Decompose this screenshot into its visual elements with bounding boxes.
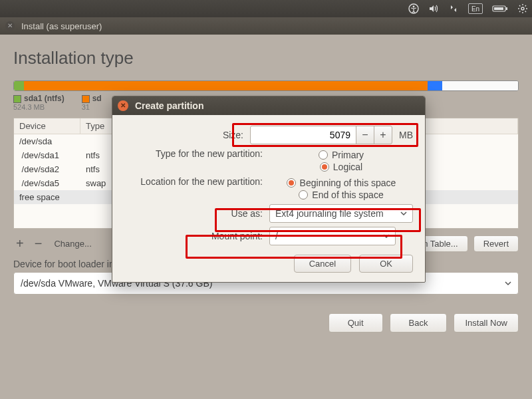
size-increment-button[interactable]: +: [374, 126, 392, 144]
partition-location-label: Location for the new partition:: [124, 176, 269, 187]
window-title: Install (as superuser): [21, 21, 102, 31]
size-unit: MB: [399, 130, 413, 140]
disk-usage-bar: [13, 80, 519, 91]
revert-button[interactable]: Revert: [473, 235, 519, 252]
diskbar-segment: [428, 81, 443, 90]
radio-icon: [319, 150, 328, 160]
create-partition-dialog: ✕ Create partition Size: − + MB Type for…: [112, 96, 426, 283]
dialog-titlebar: ✕ Create partition: [112, 96, 425, 115]
partition-type-label: Type for the new partition:: [124, 148, 269, 159]
remove-partition-button[interactable]: −: [32, 236, 45, 251]
radio-logical-label: Logical: [333, 162, 362, 172]
mount-point-select[interactable]: /: [269, 227, 396, 245]
dialog-close-button[interactable]: ✕: [118, 100, 128, 111]
size-label: Size:: [124, 130, 250, 140]
use-as-value: Ext4 journaling file system: [275, 208, 384, 219]
radio-end-label: End of this space: [312, 190, 383, 200]
col-header-device[interactable]: Device: [14, 118, 80, 134]
diskbar-segment: [14, 81, 24, 90]
accessibility-icon[interactable]: [408, 3, 419, 14]
chevron-down-icon: [505, 278, 511, 289]
col-header-type[interactable]: Type: [80, 118, 114, 134]
size-input[interactable]: [250, 126, 356, 144]
volume-icon[interactable]: [428, 3, 439, 14]
gear-icon[interactable]: [517, 3, 528, 14]
window-titlebar: ✕ Install (as superuser): [0, 17, 532, 35]
radio-icon: [299, 190, 308, 200]
legend-item: sd31: [82, 94, 102, 111]
diskbar-segment: [442, 81, 518, 90]
radio-icon: [287, 178, 296, 188]
change-partition-button[interactable]: Change...: [50, 239, 91, 249]
diskbar-segment: [24, 81, 427, 90]
svg-point-1: [413, 6, 415, 8]
back-button[interactable]: Back: [390, 313, 448, 332]
install-now-button[interactable]: Install Now: [454, 313, 519, 332]
radio-icon: [320, 162, 329, 172]
radio-primary[interactable]: Primary: [319, 150, 364, 160]
radio-end[interactable]: End of this space: [299, 190, 383, 200]
keyboard-lang-indicator[interactable]: En: [468, 3, 483, 14]
mount-point-value: /: [275, 231, 278, 241]
radio-beginning[interactable]: Beginning of this space: [287, 178, 396, 188]
network-icon[interactable]: [448, 3, 459, 14]
page-title: Installation type: [13, 48, 519, 68]
chevron-down-icon: [400, 208, 407, 219]
battery-icon[interactable]: [492, 5, 508, 13]
svg-point-5: [521, 7, 524, 10]
system-menubar: En: [0, 0, 532, 17]
dialog-cancel-button[interactable]: Cancel: [294, 255, 351, 273]
mount-point-label: Mount point:: [124, 231, 269, 241]
size-decrement-button[interactable]: −: [356, 126, 374, 144]
radio-beginning-label: Beginning of this space: [300, 178, 396, 188]
quit-button[interactable]: Quit: [329, 313, 383, 332]
legend-item: sda1 (ntfs)524.3 MB: [13, 94, 65, 111]
use-as-select[interactable]: Ext4 journaling file system: [269, 204, 413, 223]
dialog-title: Create partition: [135, 100, 203, 111]
radio-primary-label: Primary: [332, 150, 364, 160]
chevron-down-icon: [383, 231, 390, 241]
add-partition-button[interactable]: +: [13, 236, 27, 251]
use-as-label: Use as:: [124, 208, 269, 219]
radio-logical[interactable]: Logical: [320, 162, 362, 172]
dialog-ok-button[interactable]: OK: [359, 255, 413, 273]
svg-rect-4: [494, 7, 503, 10]
window-close-button[interactable]: ✕: [5, 21, 15, 31]
svg-rect-3: [506, 7, 507, 10]
